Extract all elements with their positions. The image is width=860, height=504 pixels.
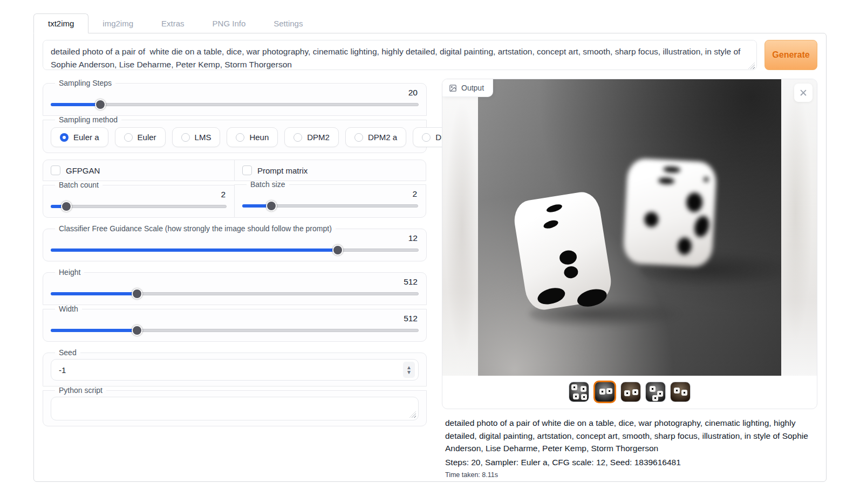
width-group: Width 512 (43, 305, 427, 342)
radio-circle-icon[interactable] (60, 133, 69, 142)
slider-thumb[interactable] (332, 245, 343, 256)
thumbnail-3[interactable] (620, 382, 641, 402)
radio-option-dpm2[interactable]: DPM2 (284, 127, 339, 147)
prompt-matrix-cell: Prompt matrix (234, 160, 426, 181)
sampling-method-options: Euler aEulerLMSHeunDPM2DPM2 aDDIMPLMS (51, 127, 419, 147)
close-icon[interactable]: ✕ (794, 84, 813, 102)
radio-circle-icon[interactable] (236, 133, 244, 142)
radio-option-dpm2-a[interactable]: DPM2 a (345, 127, 406, 147)
batch-size-group: Batch size 2 (234, 180, 426, 218)
batch-size-value: 2 (242, 189, 417, 199)
tab-settings[interactable]: Settings (260, 14, 317, 33)
slider-fill (51, 103, 100, 106)
checkbox-icon[interactable] (242, 165, 252, 175)
radio-circle-icon[interactable] (181, 133, 190, 142)
python-script-group: Python script (43, 386, 427, 426)
die-right (623, 158, 717, 267)
radio-label: Heun (249, 133, 269, 142)
prompt-row: detailed photo of a pair of white die on… (43, 40, 817, 72)
app-window: txt2imgimg2imgExtrasPNG InfoSettings det… (33, 13, 827, 482)
batch-size-label: Batch size (247, 180, 289, 189)
width-value: 512 (51, 314, 418, 323)
caption-params: Steps: 20, Sampler: Euler a, CFG scale: … (445, 456, 814, 468)
radio-option-euler[interactable]: Euler (115, 127, 166, 147)
slider-thumb[interactable] (95, 99, 106, 110)
tab-bar: txt2imgimg2imgExtrasPNG InfoSettings (33, 13, 827, 33)
gallery-right-blur (781, 79, 817, 376)
radio-label: Euler (138, 133, 156, 142)
python-script-input[interactable] (51, 397, 418, 420)
slider-track[interactable] (51, 205, 227, 208)
output-column: Output ✕ (442, 79, 817, 482)
checkbox-icon[interactable] (51, 165, 60, 175)
generate-button[interactable]: Generate (765, 40, 817, 70)
number-spinner[interactable]: ▲ ▼ (403, 362, 415, 378)
thumbnail-1[interactable] (569, 382, 589, 402)
radio-option-lms[interactable]: LMS (172, 127, 221, 147)
sampling-steps-group: Sampling Steps 20 (43, 79, 427, 116)
batch-count-label: Batch count (55, 181, 103, 189)
sampling-steps-label: Sampling Steps (55, 79, 115, 87)
batch-count-slider[interactable] (51, 201, 227, 212)
mini-die (632, 389, 638, 395)
sampling-method-label: Sampling method (55, 115, 121, 124)
mini-die (606, 388, 612, 394)
mini-die (581, 386, 586, 392)
slider-thumb[interactable] (132, 325, 142, 336)
seed-label: Seed (55, 348, 80, 357)
width-slider[interactable] (51, 325, 419, 336)
radio-circle-icon[interactable] (354, 133, 363, 142)
mini-die (573, 393, 579, 399)
mini-die (674, 388, 680, 393)
generated-image[interactable] (478, 79, 781, 376)
sampling-method-group: Sampling method Euler aEulerLMSHeunDPM2D… (43, 115, 427, 153)
radio-circle-icon[interactable] (294, 133, 302, 142)
prompt-input[interactable]: detailed photo of a pair of white die on… (43, 40, 757, 70)
image-icon (449, 84, 457, 92)
output-gallery: Output ✕ (442, 79, 817, 409)
radio-label: DPM2 a (368, 133, 397, 142)
radio-option-heun[interactable]: Heun (227, 127, 278, 147)
radio-circle-icon[interactable] (124, 133, 133, 142)
thumbnail-4[interactable] (645, 382, 666, 402)
settings-column: Sampling Steps 20 Sampling method Euler … (43, 79, 427, 482)
radio-circle-icon[interactable] (422, 133, 431, 142)
output-tab-label: Output (461, 84, 484, 92)
tab-extras[interactable]: Extras (147, 14, 199, 33)
cfg-scale-label: Classifier Free Guidance Scale (how stro… (55, 224, 336, 233)
mini-die (681, 390, 687, 396)
slider-fill (51, 292, 137, 295)
height-group: Height 512 (43, 268, 427, 305)
height-value: 512 (51, 277, 418, 287)
tab-png-info[interactable]: PNG Info (199, 14, 260, 33)
sampling-steps-slider[interactable] (51, 99, 419, 110)
batch-size-slider[interactable] (242, 201, 418, 211)
tab-txt2img[interactable]: txt2img (33, 13, 88, 33)
sampling-steps-value: 20 (51, 88, 418, 98)
slider-thumb[interactable] (61, 201, 72, 212)
radio-option-euler-a[interactable]: Euler a (51, 127, 108, 147)
output-tab[interactable]: Output (442, 79, 493, 97)
slider-thumb[interactable] (132, 288, 142, 299)
batch-count-value: 2 (51, 190, 226, 199)
mini-die (652, 395, 658, 401)
slider-thumb[interactable] (266, 201, 277, 211)
seed-input[interactable] (52, 365, 403, 375)
tab-img2img[interactable]: img2img (88, 14, 147, 33)
gfpgan-cell: GFPGAN (43, 160, 235, 181)
caption-prompt: detailed photo of a pair of white die on… (445, 417, 814, 455)
mini-die (581, 394, 587, 400)
height-slider[interactable] (51, 288, 419, 299)
thumbnail-2[interactable] (593, 381, 616, 403)
output-caption: detailed photo of a pair of white die on… (442, 409, 817, 482)
thumbnail-5[interactable] (670, 382, 691, 402)
spinner-down-icon[interactable]: ▼ (406, 370, 412, 375)
slider-track[interactable] (51, 103, 419, 106)
height-label: Height (55, 268, 84, 277)
cfg-scale-slider[interactable] (51, 245, 419, 256)
gfpgan-checkbox[interactable]: GFPGAN (51, 165, 100, 175)
prompt-matrix-label: Prompt matrix (257, 166, 308, 175)
radio-label: Euler a (73, 133, 99, 142)
prompt-matrix-checkbox[interactable]: Prompt matrix (242, 165, 308, 175)
radio-label: DPM2 (307, 133, 330, 142)
